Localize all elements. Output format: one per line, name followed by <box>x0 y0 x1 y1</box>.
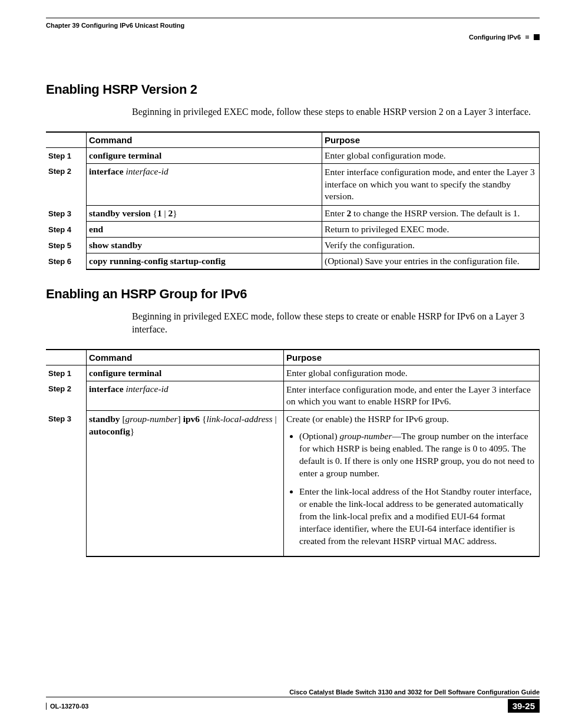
command-cell: interface interface-id <box>87 381 284 411</box>
header-rule <box>46 18 540 18</box>
li-text: (Optional) <box>299 431 339 441</box>
step-label: Step 5 <box>46 238 87 253</box>
table-row: Step 2 interface interface-id Enter inte… <box>46 163 540 206</box>
section2-title: Enabling an HSRP Group for IPv6 <box>46 286 540 302</box>
table-row: Step 6 copy running-config startup-confi… <box>46 253 540 270</box>
purpose-cell: Enter 2 to change the HSRP version. The … <box>322 206 540 222</box>
header-section: Configuring IPv6 <box>469 34 521 41</box>
purpose-cell: Enter interface configuration mode, and … <box>284 381 540 411</box>
step-label: Step 2 <box>46 381 87 411</box>
section1-table: Command Purpose Step 1 configure termina… <box>46 131 540 271</box>
command-cell: standby version {1 | 2} <box>87 206 322 222</box>
section1-intro: Beginning in privileged EXEC mode, follo… <box>132 106 540 118</box>
li-arg: group-number <box>339 431 392 441</box>
section2-intro: Beginning in privileged EXEC mode, follo… <box>132 310 540 335</box>
col-command: Command <box>87 350 284 365</box>
cmd-arg: link-local-address <box>206 414 272 424</box>
table-row: Step 4 end Return to privileged EXEC mod… <box>46 222 540 238</box>
cmd-text: autoconfig <box>89 426 130 436</box>
table-header-row: Command Purpose <box>46 132 540 148</box>
purpose-cell: Verify the configuration. <box>322 238 540 253</box>
purpose-text: Enter <box>325 208 346 218</box>
step-label: Step 6 <box>46 253 87 270</box>
cmd-text: configure terminal <box>89 368 161 378</box>
step-label: Step 3 <box>46 206 87 222</box>
cmd-arg: group-number <box>125 414 178 424</box>
section2-table: Command Purpose Step 1 configure termina… <box>46 349 540 557</box>
command-cell: configure terminal <box>87 365 284 381</box>
footer-left: OL-13270-03 <box>46 703 88 710</box>
col-command: Command <box>87 132 322 148</box>
purpose-cell: (Optional) Save your entries in the conf… <box>322 253 540 270</box>
step-label: Step 3 <box>46 411 87 556</box>
header-section-wrap: Configuring IPv6 <box>469 21 540 41</box>
command-cell: show standby <box>87 238 322 253</box>
footer-row: OL-13270-03 39-25 <box>46 699 540 713</box>
command-cell: interface interface-id <box>87 163 322 206</box>
header-marker-small <box>525 35 529 39</box>
purpose-cell: Enter interface configuration mode, and … <box>322 163 540 206</box>
footer-guide-title: Cisco Catalyst Blade Switch 3130 and 303… <box>46 689 540 696</box>
document-page: Chapter 39 Configuring IPv6 Unicast Rout… <box>0 0 562 728</box>
command-cell: standby [group-number] ipv6 {link-local-… <box>87 411 284 556</box>
cmd-text: configure terminal <box>89 150 161 160</box>
purpose-lead: Create (or enable) the HSRP for IPv6 gro… <box>286 413 535 426</box>
command-cell: copy running-config startup-config <box>87 253 322 270</box>
cmd-text: { <box>151 208 157 218</box>
purpose-cell: Return to privileged EXEC mode. <box>322 222 540 238</box>
cmd-text: standby version <box>89 208 151 218</box>
cmd-text: | <box>273 414 277 424</box>
list-item: (Optional) group-number—The group number… <box>299 430 535 480</box>
header-chapter: Chapter 39 Configuring IPv6 Unicast Rout… <box>46 21 184 29</box>
table-row: Step 1 configure terminal Enter global c… <box>46 365 540 381</box>
step-label: Step 4 <box>46 222 87 238</box>
table-header-row: Command Purpose <box>46 350 540 365</box>
purpose-text: to change the HSRP version. The default … <box>351 208 520 218</box>
list-item: Enter the link-local address of the Hot … <box>299 486 535 548</box>
cmd-text: ipv6 <box>183 414 200 424</box>
table-row: Step 5 show standby Verify the configura… <box>46 238 540 253</box>
cmd-text: } <box>130 426 134 436</box>
empty-header <box>46 350 87 365</box>
purpose-list: (Optional) group-number—The group number… <box>286 430 535 547</box>
cmd-text: interface <box>89 384 124 394</box>
step-label: Step 1 <box>46 365 87 381</box>
footer-tick-icon <box>46 703 47 710</box>
cmd-text: 1 <box>157 208 162 218</box>
cmd-text: standby <box>89 414 120 424</box>
purpose-cell: Create (or enable) the HSRP for IPv6 gro… <box>284 411 540 556</box>
cmd-text: | <box>162 208 168 218</box>
col-purpose: Purpose <box>284 350 540 365</box>
cmd-text: end <box>89 224 103 234</box>
purpose-cell: Enter global configuration mode. <box>284 365 540 381</box>
cmd-arg: interface-id <box>124 166 168 176</box>
cmd-text: interface <box>89 166 124 176</box>
page-footer: Cisco Catalyst Blade Switch 3130 and 303… <box>46 689 540 713</box>
cmd-arg: interface-id <box>124 384 168 394</box>
cmd-text: show standby <box>89 240 142 250</box>
command-cell: end <box>87 222 322 238</box>
command-cell: configure terminal <box>87 147 322 163</box>
footer-rule <box>46 697 540 697</box>
footer-docnum: OL-13270-03 <box>50 703 88 710</box>
cmd-text: } <box>173 208 177 218</box>
purpose-cell: Enter global configuration mode. <box>322 147 540 163</box>
col-purpose: Purpose <box>322 132 540 148</box>
cmd-text: ] <box>178 414 183 424</box>
step-label: Step 2 <box>46 163 87 206</box>
table-row: Step 2 interface interface-id Enter inte… <box>46 381 540 411</box>
cmd-text: copy running-config startup-config <box>89 256 226 266</box>
page-number: 39-25 <box>508 699 540 713</box>
cmd-text: { <box>200 414 206 424</box>
table-row: Step 3 standby [group-number] ipv6 {link… <box>46 411 540 556</box>
header-marker <box>534 34 540 40</box>
empty-header <box>46 132 87 148</box>
table-row: Step 3 standby version {1 | 2} Enter 2 t… <box>46 206 540 222</box>
table-row: Step 1 configure terminal Enter global c… <box>46 147 540 163</box>
page-header: Chapter 39 Configuring IPv6 Unicast Rout… <box>46 21 540 41</box>
section1-title: Enabling HSRP Version 2 <box>46 82 540 97</box>
step-label: Step 1 <box>46 147 87 163</box>
cmd-text: [ <box>120 414 125 424</box>
